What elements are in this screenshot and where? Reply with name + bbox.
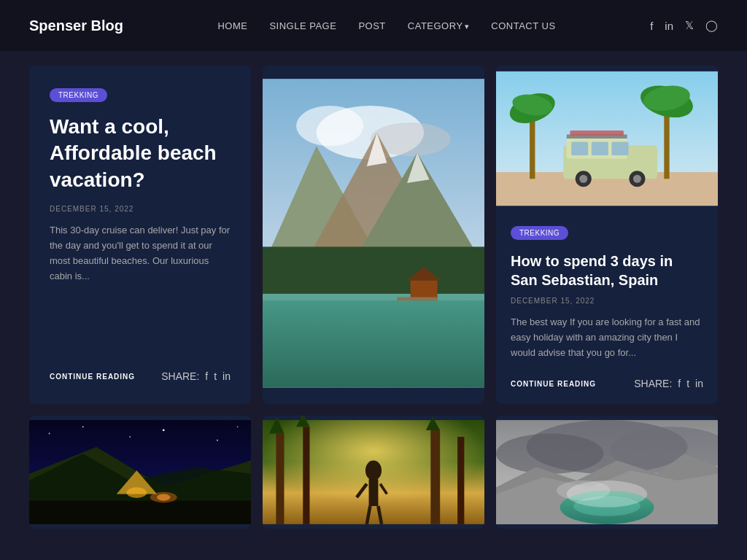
svg-rect-51 [276,434,284,524]
right-badge: TREKKING [511,226,568,240]
svg-rect-46 [29,501,251,524]
nav-item-home[interactable]: HOME [217,19,247,32]
mountain-image [263,66,484,401]
svg-rect-54 [457,437,464,524]
featured-badge: TREKKING [50,88,107,102]
right-date: DECEMBER 15, 2022 [511,297,703,305]
share-label-right: SHARE: [634,378,672,389]
linkedin-icon[interactable]: in [665,20,673,32]
nav-item-post[interactable]: POST [358,19,385,32]
center-card[interactable] [263,66,484,404]
featured-excerpt: This 30-day cruise can deliver! Just pay… [50,223,231,284]
share-label: SHARE: [161,370,199,382]
featured-continue-reading[interactable]: CONTINUE READING [50,373,135,381]
top-grid: TREKKING Want a cool, Affordable beach v… [29,66,718,404]
nav-link-home[interactable]: HOME [217,20,247,31]
svg-point-66 [496,434,603,474]
nav-link-category[interactable]: CATEGORY [408,20,463,31]
svg-rect-9 [263,246,484,300]
share-twitter-right-icon[interactable]: t [686,378,689,389]
nav-link-post[interactable]: POST [358,20,385,31]
nav-links: HOME SINGLE PAGE POST CATEGORY CONTACT U… [217,19,555,32]
nav-link-single-page[interactable]: SINGLE PAGE [269,20,336,31]
share-facebook-right-icon[interactable]: f [678,378,681,389]
featured-date: DECEMBER 15, 2022 [50,205,231,213]
svg-rect-14 [397,298,437,301]
right-share: SHARE: f t in [634,378,703,389]
facebook-icon[interactable]: f [650,20,653,32]
site-logo[interactable]: Spenser Blog [29,18,123,34]
svg-rect-27 [611,142,628,155]
nav-link-contact[interactable]: CONTACT US [491,20,555,31]
bottom-card-camping[interactable] [29,416,251,529]
share-linkedin-icon[interactable]: in [222,370,231,382]
bottom-grid [29,416,718,529]
featured-share: SHARE: f t in [161,370,231,382]
main-content: TREKKING Want a cool, Affordable beach v… [0,51,747,543]
svg-point-29 [579,175,587,183]
svg-rect-10 [263,294,484,388]
svg-point-36 [82,426,84,427]
right-footer: CONTINUE READING SHARE: f t in [511,378,703,389]
svg-point-35 [49,433,50,435]
nav-item-contact[interactable]: CONTACT US [491,19,555,32]
featured-footer: CONTINUE READING SHARE: f t in [50,370,231,382]
featured-title: Want a cool, Affordable beach vacation? [50,114,231,193]
right-continue-reading[interactable]: CONTINUE READING [511,380,596,388]
rocks-image [496,416,718,529]
svg-rect-59 [369,479,379,506]
nav-item-single-page[interactable]: SINGLE PAGE [269,19,336,32]
featured-card: TREKKING Want a cool, Affordable beach v… [29,66,251,404]
bottom-card-forest[interactable] [263,416,484,529]
svg-point-37 [129,436,131,438]
svg-point-58 [365,460,382,481]
svg-rect-25 [571,142,588,155]
camping-image [29,416,251,529]
right-excerpt: The best way If you are looking for a fa… [511,315,703,363]
van-image [496,66,718,211]
right-card: TREKKING How to spend 3 days in San Seba… [496,66,718,404]
svg-point-31 [633,175,641,183]
share-linkedin-right-icon[interactable]: in [695,378,703,389]
svg-point-45 [127,487,147,498]
svg-rect-26 [592,142,608,155]
navbar: Spenser Blog HOME SINGLE PAGE POST CATEG… [0,0,747,51]
svg-rect-53 [430,430,440,524]
twitter-icon[interactable]: 𝕏 [685,19,694,32]
svg-point-73 [557,481,611,501]
svg-rect-11 [263,294,484,300]
social-icons: f in 𝕏 ◯ [650,19,718,32]
nav-item-category[interactable]: CATEGORY [408,19,470,32]
instagram-icon[interactable]: ◯ [705,19,718,32]
svg-rect-52 [303,427,309,524]
right-card-body: TREKKING How to spend 3 days in San Seba… [496,211,718,404]
share-facebook-icon[interactable]: f [205,370,208,382]
svg-point-48 [157,494,170,500]
svg-rect-33 [570,131,624,135]
right-title: How to spend 3 days in San Sebastian, Sp… [511,252,703,289]
bottom-card-rocks[interactable] [496,416,718,529]
right-card-image [496,66,718,211]
forest-image [263,416,484,529]
svg-point-2 [296,106,363,146]
svg-point-39 [217,440,218,441]
svg-point-38 [163,429,165,432]
share-twitter-icon[interactable]: t [214,370,217,382]
svg-point-40 [237,426,239,427]
